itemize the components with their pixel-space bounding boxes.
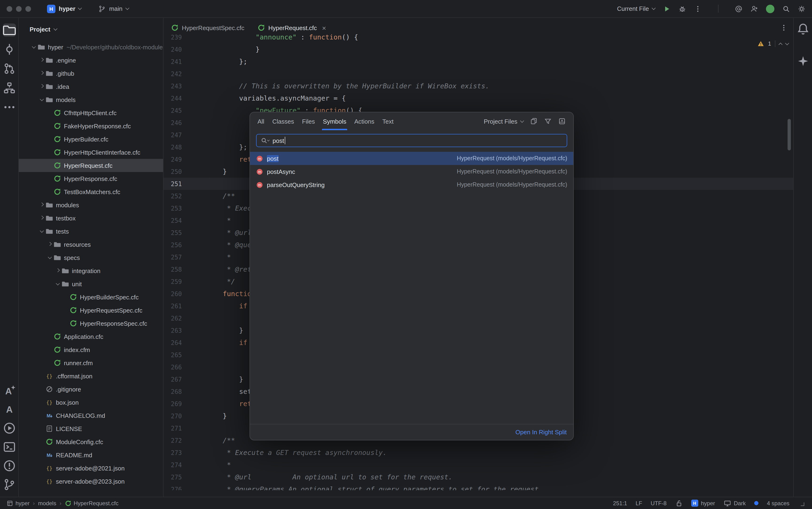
module-widget[interactable]: H hyper bbox=[691, 500, 715, 507]
search-result-post[interactable]: mpostHyperRequest (models/HyperRequest.c… bbox=[250, 152, 573, 165]
line-number[interactable]: 266 bbox=[164, 364, 223, 371]
search-history-chevron-icon[interactable] bbox=[267, 138, 270, 141]
version-control-icon[interactable] bbox=[3, 478, 16, 491]
more-icon[interactable] bbox=[3, 101, 16, 114]
line-number[interactable]: 269 bbox=[164, 400, 223, 407]
more-icon[interactable] bbox=[780, 24, 787, 32]
line-number[interactable]: 246 bbox=[164, 119, 223, 126]
line-number[interactable]: 270 bbox=[164, 412, 223, 419]
line-number[interactable]: 261 bbox=[164, 302, 223, 309]
chevron-down-icon[interactable] bbox=[38, 231, 45, 232]
line-separator-widget[interactable]: LF bbox=[636, 500, 642, 506]
line-number[interactable]: 274 bbox=[164, 461, 223, 468]
line-number[interactable]: 251 bbox=[164, 180, 223, 187]
line-number[interactable]: 253 bbox=[164, 205, 223, 212]
status-dot-icon[interactable] bbox=[754, 501, 758, 505]
open-in-find-window-icon[interactable] bbox=[558, 117, 566, 125]
search-icon[interactable] bbox=[782, 5, 790, 12]
tree-item-hyper[interactable]: hyper~/Developer/github/coldbox-modules bbox=[19, 40, 163, 54]
line-number[interactable]: 245 bbox=[164, 107, 223, 114]
line-number[interactable]: 250 bbox=[164, 168, 223, 175]
line-number[interactable]: 249 bbox=[164, 156, 223, 163]
tree-item-moduleconfig-cfc[interactable]: ModuleConfig.cfc bbox=[19, 435, 163, 448]
project-icon[interactable] bbox=[3, 24, 16, 37]
line-number[interactable]: 273 bbox=[164, 449, 223, 456]
tree-item-hyperrequest-cfc[interactable]: HyperRequest.cfc bbox=[19, 159, 163, 172]
ai-assistant-icon[interactable]: A bbox=[3, 384, 16, 397]
line-number[interactable]: 254 bbox=[164, 217, 223, 224]
chevron-right-icon[interactable] bbox=[38, 73, 45, 74]
chevron-right-icon[interactable] bbox=[54, 270, 62, 271]
tree-item-hyperresponse-cfc[interactable]: HyperResponse.cfc bbox=[19, 172, 163, 185]
line-number[interactable]: 244 bbox=[164, 95, 223, 102]
tree-item-readme-md[interactable]: MREADME.md bbox=[19, 448, 163, 462]
chevron-right-icon[interactable] bbox=[38, 217, 45, 219]
line-number[interactable]: 263 bbox=[164, 327, 223, 334]
commit-icon[interactable] bbox=[3, 43, 16, 56]
resize-grip-icon[interactable] bbox=[798, 499, 805, 507]
tree-item-tests[interactable]: tests bbox=[19, 225, 163, 238]
line-number[interactable]: 257 bbox=[164, 253, 223, 261]
structure-icon[interactable] bbox=[3, 81, 16, 95]
line-number[interactable]: 247 bbox=[164, 131, 223, 138]
tree-item-integration[interactable]: integration bbox=[19, 264, 163, 277]
breadcrumb-item-hyperrequest-cfc[interactable]: HyperRequest.cfc bbox=[65, 500, 118, 506]
plugin-a-icon[interactable]: A bbox=[3, 403, 16, 416]
line-number[interactable]: 248 bbox=[164, 144, 223, 150]
tree-item-server-adobe-2021-json[interactable]: {}server-adobe@2021.json bbox=[19, 462, 163, 475]
window-minimize-button[interactable] bbox=[16, 6, 22, 11]
tree-item-idea[interactable]: .idea bbox=[19, 80, 163, 93]
tree-item-github[interactable]: .github bbox=[19, 67, 163, 80]
tree-item-modules[interactable]: modules bbox=[19, 198, 163, 211]
line-number[interactable]: 265 bbox=[164, 351, 223, 359]
tree-item-cfformat-json[interactable]: {}.cfformat.json bbox=[19, 369, 163, 382]
previous-issue-icon[interactable] bbox=[779, 42, 783, 46]
chevron-right-icon[interactable] bbox=[38, 60, 45, 61]
tree-item-specs[interactable]: specs bbox=[19, 251, 163, 264]
tree-item-resources[interactable]: resources bbox=[19, 238, 163, 251]
more-icon[interactable] bbox=[694, 5, 702, 12]
search-tab-classes[interactable]: Classes bbox=[272, 112, 294, 130]
tree-item-testbox[interactable]: testbox bbox=[19, 211, 163, 225]
editor-scrollbar[interactable] bbox=[787, 119, 791, 150]
search-tab-text[interactable]: Text bbox=[382, 112, 393, 130]
tree-item-box-json[interactable]: {}box.json bbox=[19, 396, 163, 409]
line-number[interactable]: 239 bbox=[164, 34, 223, 41]
avatar[interactable] bbox=[766, 4, 774, 13]
close-icon[interactable]: × bbox=[322, 24, 326, 31]
line-number[interactable]: 242 bbox=[164, 70, 223, 77]
search-tab-files[interactable]: Files bbox=[302, 112, 315, 130]
line-number[interactable]: 259 bbox=[164, 278, 223, 285]
window-close-button[interactable] bbox=[7, 6, 12, 11]
line-number[interactable]: 241 bbox=[164, 58, 223, 65]
tree-item-application-cfc[interactable]: Application.cfc bbox=[19, 330, 163, 343]
breadcrumb-item-models[interactable]: models bbox=[38, 500, 56, 506]
run-config-selector[interactable]: Current File bbox=[617, 5, 655, 12]
tree-item-hyperrequestspec-cfc[interactable]: HyperRequestSpec.cfc bbox=[19, 304, 163, 317]
at-icon[interactable] bbox=[735, 5, 742, 12]
editor-preview-icon[interactable] bbox=[530, 117, 537, 125]
branch-widget[interactable]: main bbox=[99, 5, 129, 12]
tree-item-hyperbuilderspec-cfc[interactable]: HyperBuilderSpec.cfc bbox=[19, 291, 163, 304]
line-number[interactable]: 243 bbox=[164, 82, 223, 90]
line-number[interactable]: 267 bbox=[164, 376, 223, 383]
line-number[interactable]: 256 bbox=[164, 241, 223, 248]
ai-assistant-icon[interactable] bbox=[796, 55, 809, 68]
tree-item-models[interactable]: models bbox=[19, 93, 163, 106]
chevron-right-icon[interactable] bbox=[38, 204, 45, 206]
caret-position-widget[interactable]: 251:1 bbox=[613, 500, 627, 506]
search-tab-symbols[interactable]: Symbols bbox=[323, 112, 346, 130]
chevron-down-icon[interactable] bbox=[38, 99, 45, 100]
tree-item-changelog-md[interactable]: MCHANGELOG.md bbox=[19, 409, 163, 422]
line-number[interactable]: 268 bbox=[164, 388, 223, 395]
encoding-widget[interactable]: UTF-8 bbox=[650, 500, 667, 506]
debug-icon[interactable] bbox=[678, 5, 686, 12]
search-result-parseoutquerystring[interactable]: mparseOutQueryStringHyperRequest (models… bbox=[250, 178, 573, 191]
tree-item-runner-cfm[interactable]: runner.cfm bbox=[19, 356, 163, 369]
lock-open-icon[interactable] bbox=[675, 499, 682, 507]
tree-item-index-cfm[interactable]: index.cfm bbox=[19, 343, 163, 356]
line-number[interactable]: 276 bbox=[164, 486, 223, 490]
line-number[interactable]: 252 bbox=[164, 193, 223, 200]
terminal-icon[interactable] bbox=[3, 440, 16, 453]
indent-widget[interactable]: 4 spaces bbox=[767, 500, 789, 506]
